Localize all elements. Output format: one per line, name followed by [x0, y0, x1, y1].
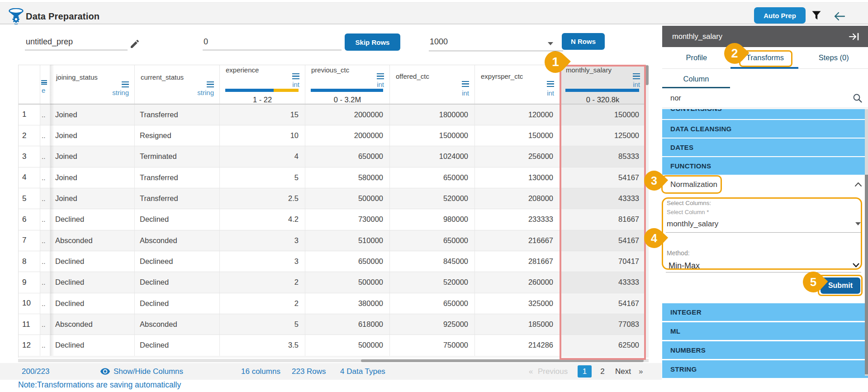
cell-joining_status[interactable]: Absconded: [50, 314, 135, 335]
cell-current_status[interactable]: Terminated: [135, 146, 220, 167]
cell-rowno[interactable]: 10: [19, 293, 40, 314]
cell-experience[interactable]: 15: [220, 105, 305, 125]
edit-pencil-icon[interactable]: [129, 38, 140, 49]
category-item-functions[interactable]: FUNCTIONS: [662, 157, 868, 175]
cell-previous_ctc[interactable]: 500000: [305, 335, 390, 355]
cell-rowno[interactable]: 7: [19, 230, 40, 251]
cell-joining_status[interactable]: Joined: [50, 146, 135, 167]
cell-expyrsper_ctc[interactable]: 256000: [475, 146, 560, 167]
transform-search-input[interactable]: nor: [670, 94, 681, 102]
cell-more[interactable]: ..: [40, 335, 50, 355]
cell-monthly_salary[interactable]: 43333: [560, 272, 645, 292]
cell-offered_ctc[interactable]: 925000: [390, 314, 475, 335]
normalization-accordion-header[interactable]: Normalization: [662, 175, 868, 195]
cell-experience[interactable]: 5: [220, 314, 305, 335]
cell-previous_ctc[interactable]: 2000000: [305, 125, 390, 146]
cell-offered_ctc[interactable]: 1800000: [390, 105, 475, 125]
cell-expyrsper_ctc[interactable]: 260000: [475, 272, 560, 292]
cell-monthly_salary[interactable]: 43333: [560, 188, 645, 209]
cell-experience[interactable]: 5: [220, 167, 305, 188]
cell-joining_status[interactable]: Absconded: [50, 230, 135, 251]
cell-offered_ctc[interactable]: 845000: [390, 251, 475, 272]
show-hide-columns-button[interactable]: Show/Hide Columns: [114, 363, 183, 380]
column-menu-icon[interactable]: [292, 73, 299, 79]
subtab-column[interactable]: Column: [662, 69, 730, 88]
cell-offered_ctc[interactable]: 650000: [390, 167, 475, 188]
cell-more[interactable]: ..: [40, 188, 50, 209]
pagination-page-1[interactable]: 1: [578, 365, 592, 378]
pagination-page-2[interactable]: 2: [598, 363, 607, 380]
cell-previous_ctc[interactable]: 650000: [305, 146, 390, 167]
cell-rowno[interactable]: 1: [19, 105, 40, 125]
grid-vertical-scrollbar-thumb[interactable]: [645, 65, 649, 85]
cell-current_status[interactable]: Transferred: [135, 188, 220, 209]
cell-experience[interactable]: 10: [220, 125, 305, 146]
prep-name-input[interactable]: untitled_prep: [25, 36, 128, 50]
cell-expyrsper_ctc[interactable]: 281667: [475, 251, 560, 272]
cell-current_status[interactable]: Declined: [135, 272, 220, 292]
cell-current_status[interactable]: Declined: [135, 293, 220, 314]
cell-monthly_salary[interactable]: 70417: [560, 251, 645, 272]
pagination-previous[interactable]: Previous: [538, 363, 568, 380]
column-menu-icon[interactable]: [462, 81, 469, 87]
back-arrow-icon[interactable]: [834, 11, 845, 21]
cell-previous_ctc[interactable]: 2000000: [305, 105, 390, 125]
cell-joining_status[interactable]: Declined: [50, 335, 135, 355]
cell-experience[interactable]: 3.5: [220, 335, 305, 355]
cell-more[interactable]: ..: [40, 146, 50, 167]
cell-rowno[interactable]: 8: [19, 251, 40, 272]
cell-more[interactable]: ..: [40, 314, 50, 335]
pagination-prev-arrow[interactable]: «: [529, 363, 533, 380]
cell-rowno[interactable]: 12: [19, 335, 40, 355]
cell-offered_ctc[interactable]: 520000: [390, 188, 475, 209]
cell-rowno[interactable]: 3: [19, 146, 40, 167]
cell-monthly_salary[interactable]: 125000: [560, 125, 645, 146]
cell-rowno[interactable]: 4: [19, 167, 40, 188]
cell-joining_status[interactable]: Declined: [50, 272, 135, 292]
cell-previous_ctc[interactable]: 510000: [305, 230, 390, 251]
cell-more[interactable]: ..: [40, 230, 50, 251]
cell-joining_status[interactable]: Declined: [50, 209, 135, 229]
cell-previous_ctc[interactable]: 730000: [305, 209, 390, 229]
cell-expyrsper_ctc[interactable]: 120000: [475, 105, 560, 125]
cell-monthly_salary[interactable]: 85333: [560, 146, 645, 167]
cell-current_status[interactable]: Declineed: [135, 251, 220, 272]
cell-joining_status[interactable]: Declined: [50, 293, 135, 314]
skip-rows-button[interactable]: Skip Rows: [345, 33, 400, 51]
category-item-ml[interactable]: ML: [662, 322, 868, 340]
cell-offered_ctc[interactable]: 1024000: [390, 146, 475, 167]
cell-rowno[interactable]: 5: [19, 188, 40, 209]
category-item-string[interactable]: STRING: [662, 360, 868, 378]
cell-experience[interactable]: 2: [220, 272, 305, 292]
column-header-joining_status[interactable]: joining_statusstring: [50, 65, 135, 104]
filter-icon[interactable]: [811, 10, 821, 20]
category-item-conversions[interactable]: CONVERSIONS: [662, 109, 868, 119]
cell-experience[interactable]: 4.2: [220, 209, 305, 229]
cell-monthly_salary[interactable]: 150000: [560, 105, 645, 125]
cell-offered_ctc[interactable]: 750000: [390, 335, 475, 355]
cell-experience[interactable]: 2: [220, 293, 305, 314]
panel-scrollbar-thumb[interactable]: [865, 175, 868, 374]
cell-rowno[interactable]: 2: [19, 125, 40, 146]
cell-offered_ctc[interactable]: 980000: [390, 209, 475, 229]
column-header-more[interactable]: e: [40, 65, 50, 104]
cell-offered_ctc[interactable]: 650000: [390, 230, 475, 251]
column-header-previous_ctc[interactable]: previous_ctcint0 - 3.2M: [305, 65, 390, 104]
column-header-current_status[interactable]: current_statusstring: [135, 65, 220, 104]
cell-more[interactable]: ..: [40, 125, 50, 146]
grid-vertical-scrollbar[interactable]: [645, 65, 649, 358]
column-menu-icon[interactable]: [122, 81, 129, 87]
pagination-next[interactable]: Next: [615, 363, 631, 380]
cell-experience[interactable]: 3: [220, 230, 305, 251]
cell-more[interactable]: ..: [40, 105, 50, 125]
cell-experience[interactable]: 2.5: [220, 188, 305, 209]
category-item-dates[interactable]: DATES: [662, 139, 868, 156]
pagination-next-arrow[interactable]: »: [639, 363, 643, 380]
cell-expyrsper_ctc[interactable]: 233333: [475, 209, 560, 229]
cell-monthly_salary[interactable]: 81667: [560, 209, 645, 229]
cell-more[interactable]: ..: [40, 272, 50, 292]
cell-monthly_salary[interactable]: 62500: [560, 335, 645, 355]
collapse-panel-icon[interactable]: [849, 32, 859, 41]
cell-current_status[interactable]: Absconded: [135, 314, 220, 335]
column-menu-icon[interactable]: [377, 73, 384, 79]
